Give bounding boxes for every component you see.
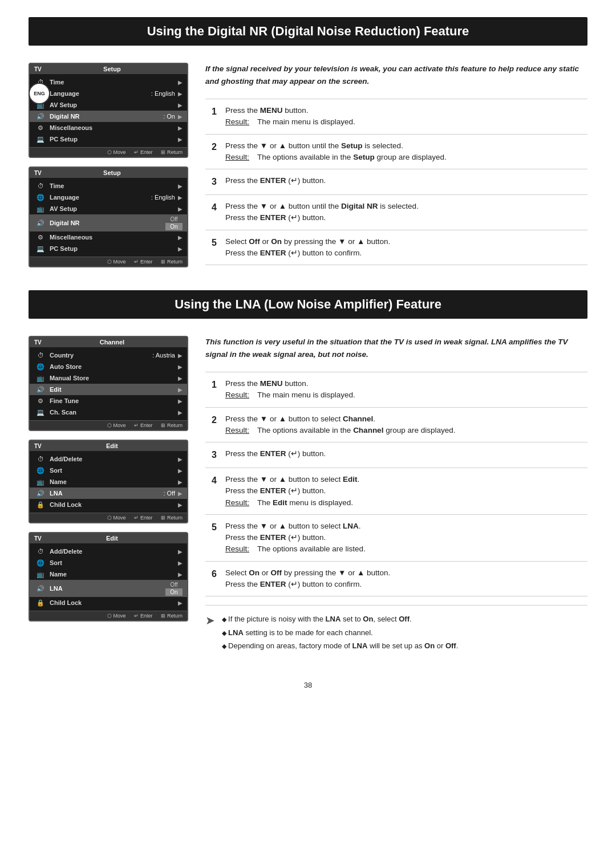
menu2-row-language: 🌐 Language : English ▶ xyxy=(30,192,187,203)
misc-icon: ⚙ xyxy=(34,123,47,132)
edit-menu-body: ⏱ Add/Delete ▶ 🌐 Sort ▶ 📺 Name ▶ 🔊 LNA xyxy=(30,451,187,513)
footer-enter: ↵ Enter xyxy=(134,149,152,155)
ch-footer-enter: ↵ Enter xyxy=(134,422,152,428)
footer2-enter: ↵ Enter xyxy=(134,259,152,265)
step1-3: 3 Press the ENTER (↵) button. xyxy=(205,169,587,195)
tip-3: Depending on areas, factory mode of LNA … xyxy=(222,639,458,652)
finetune-icon: ⚙ xyxy=(34,396,47,405)
menu-row-avsetup: 📺 AV Setup ▶ xyxy=(30,99,187,111)
channel-row-autostore: 🌐 Auto Store ▶ xyxy=(30,361,187,372)
step2-1: 1 Press the MENU button. Result: The mai… xyxy=(205,372,587,408)
edit-menu-footer: ⬡ Move ↵ Enter ⊞ Return xyxy=(30,513,187,522)
section1-left-col: TV Setup ⏱ Time ▶ 🌐 Language : English ▶… xyxy=(29,63,188,267)
digital-icon: 🔊 xyxy=(34,112,47,121)
menu2-row-avsetup: 📺 AV Setup ▶ xyxy=(30,203,187,214)
edit-menu-header: TV Edit xyxy=(30,441,187,451)
section1-intro: If the signal received by your televisio… xyxy=(205,63,587,87)
channel-row-manualstore: 📺 Manual Store ▶ xyxy=(30,372,187,384)
edit-icon: 🔊 xyxy=(34,385,47,394)
edit-row-name: 📺 Name ▶ xyxy=(30,476,187,488)
pc-icon: 💻 xyxy=(34,135,47,144)
section1-title: Using the Digital NR (Digital Noise Redu… xyxy=(29,17,587,46)
menu-row-misc: ⚙ Miscellaneous ▶ xyxy=(30,122,187,133)
step1-5: 5 Select Off or On by pressing the ▼ or … xyxy=(205,230,587,266)
step2-4: 4 Press the ▼ or ▲ button to select Edit… xyxy=(205,468,587,515)
sort-icon: 🌐 xyxy=(34,466,47,475)
edit-row-childlock: 🔒 Child Lock ▶ xyxy=(30,499,187,510)
channel-menu-body: ⏱ Country : Austria ▶ 🌐 Auto Store ▶ 📺 M… xyxy=(30,347,187,420)
chscan-icon: 💻 xyxy=(34,408,47,417)
channel-row-country: ⏱ Country : Austria ▶ xyxy=(30,350,187,361)
edit-footer-return: ⊞ Return xyxy=(161,515,183,521)
edit2-row-name: 📺 Name ▶ xyxy=(30,568,187,580)
step2-5: 5 Press the ▼ or ▲ button to select LNA.… xyxy=(205,515,587,562)
section2-right-col: This function is very useful in the situ… xyxy=(205,336,587,652)
channel-row-edit: 🔊 Edit ▶ xyxy=(30,384,187,395)
adddelete-icon: ⏱ xyxy=(34,454,47,464)
section2-menu2: TV Edit ⏱ Add/Delete ▶ 🌐 Sort ▶ 📺 Name xyxy=(29,440,188,523)
misc-icon2: ⚙ xyxy=(34,233,47,242)
edit-row-adddelete: ⏱ Add/Delete ▶ xyxy=(30,453,187,465)
menu2-row-time: ⏱ Time ▶ xyxy=(30,180,187,192)
ch-footer-move: ⬡ Move xyxy=(107,422,126,428)
autostore-icon: 🌐 xyxy=(34,362,47,371)
menu-row-digitalnr: 🔊 Digital NR : On ▶ xyxy=(30,111,187,122)
step1-2: 2 Press the ▼ or ▲ button until the Setu… xyxy=(205,135,587,170)
footer2-return: ⊞ Return xyxy=(161,259,183,265)
clock-icon2: ⏱ xyxy=(34,181,47,190)
menu-row-language: 🌐 Language : English ▶ xyxy=(30,88,187,99)
popup-off: Off xyxy=(165,216,183,223)
edit2-row-childlock: 🔒 Child Lock ▶ xyxy=(30,597,187,608)
menu2-footer: ⬡ Move ↵ Enter ⊞ Return xyxy=(30,257,187,266)
edit-row-sort: 🌐 Sort ▶ xyxy=(30,465,187,476)
edit-row-lna: 🔊 LNA : Off ▶ xyxy=(30,488,187,499)
edit2-row-adddelete: ⏱ Add/Delete ▶ xyxy=(30,546,187,557)
edit2-row-sort: 🌐 Sort ▶ xyxy=(30,557,187,568)
tip-2: LNA setting is to be made for each chann… xyxy=(222,626,458,639)
section1-steps: 1 Press the MENU button. Result: The mai… xyxy=(205,99,587,265)
edit2-menu-body: ⏱ Add/Delete ▶ 🌐 Sort ▶ 📺 Name ▶ 🔊 LNA xyxy=(30,543,187,611)
section2-menu3: TV Edit ⏱ Add/Delete ▶ 🌐 Sort ▶ 📺 Name xyxy=(29,532,188,621)
menu-row-time: ⏱ Time ▶ xyxy=(30,76,187,88)
menu2-header: TV Setup xyxy=(30,168,187,178)
country-icon: ⏱ xyxy=(34,351,47,360)
edit2-tv-label: TV xyxy=(34,535,42,542)
eng-badge: ENG xyxy=(29,83,50,104)
step1-4: 4 Press the ▼ or ▲ button until the Digi… xyxy=(205,195,587,230)
channel-menu-footer: ⬡ Move ↵ Enter ⊞ Return xyxy=(30,420,187,430)
edit2-footer-move: ⬡ Move xyxy=(107,613,126,619)
section2-steps: 1 Press the MENU button. Result: The mai… xyxy=(205,372,587,596)
edit2-menu-title: Edit xyxy=(106,535,118,542)
menu2-row-pcsetup: 💻 PC Setup ▶ xyxy=(30,243,187,254)
edit-menu-title: Edit xyxy=(106,442,118,449)
edit-tv-label: TV xyxy=(34,443,42,449)
name-icon2: 📺 xyxy=(34,570,47,579)
digital-icon2: 🔊 xyxy=(34,218,47,228)
menu1-header: TV Setup xyxy=(30,64,187,74)
menu2-title: Setup xyxy=(103,169,121,176)
channel-tv-label: TV xyxy=(34,339,42,346)
menu-row-pcsetup: 💻 PC Setup ▶ xyxy=(30,133,187,145)
channel-row-finetune: ⚙ Fine Tune ▶ xyxy=(30,395,187,407)
lna-icon2: 🔊 xyxy=(34,584,47,593)
lna-popup-on: On xyxy=(165,588,183,596)
menu1-footer: ⬡ Move ↵ Enter ⊞ Return xyxy=(30,147,187,157)
tip-arrow-icon: ➤ xyxy=(205,614,215,627)
popup-on: On xyxy=(165,223,183,230)
pc-icon2: 💻 xyxy=(34,244,47,253)
menu1-title: Setup xyxy=(103,66,121,72)
section1-container: TV Setup ⏱ Time ▶ 🌐 Language : English ▶… xyxy=(29,63,587,267)
section1-menu1: TV Setup ⏱ Time ▶ 🌐 Language : English ▶… xyxy=(29,63,188,158)
lna-popup-off: Off xyxy=(165,581,183,588)
menu2-row-digitalnr: 🔊 Digital NR Off On xyxy=(30,214,187,231)
edit2-menu-header: TV Edit xyxy=(30,533,187,543)
edit2-footer-enter: ↵ Enter xyxy=(134,613,152,619)
section2-title: Using the LNA (Low Noise Amplifier) Feat… xyxy=(29,290,587,319)
lna-icon: 🔊 xyxy=(34,489,47,498)
adddelete-icon2: ⏱ xyxy=(34,547,47,556)
section1-menu2: TV Setup ⏱ Time ▶ 🌐 Language : English ▶… xyxy=(29,166,188,267)
tip-list: If the picture is noisy with the LNA set… xyxy=(222,612,458,652)
edit-footer-enter: ↵ Enter xyxy=(134,515,152,521)
section2-left-col: TV Channel ⏱ Country : Austria ▶ 🌐 Auto … xyxy=(29,336,188,652)
edit-footer-move: ⬡ Move xyxy=(107,515,126,521)
